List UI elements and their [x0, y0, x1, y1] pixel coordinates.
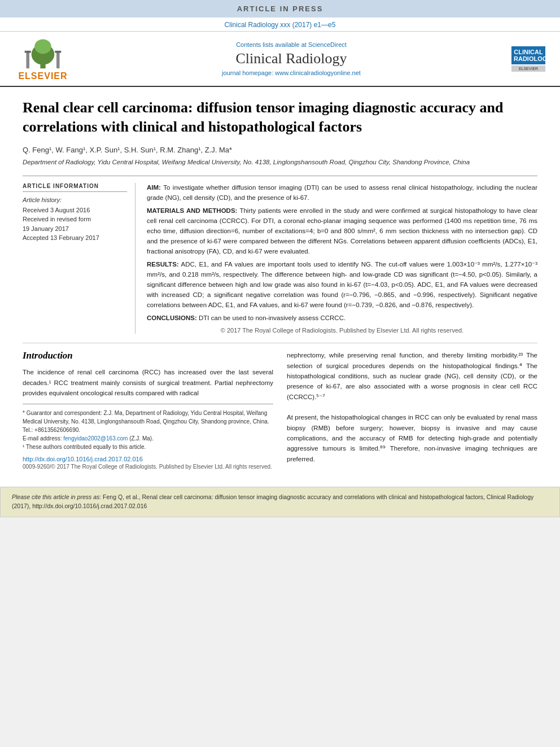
received-date: Received 3 August 2016: [23, 206, 127, 215]
conclusions-text: DTI can be used to non-invasively assess…: [199, 314, 345, 321]
svg-rect-6: [55, 51, 61, 53]
contents-label: Contents lists available at: [236, 41, 307, 48]
svg-rect-3: [26, 52, 29, 69]
aim-text: To investigate whether diffusion tensor …: [147, 184, 537, 201]
intro-left-col: Introduction The incidence of renal cell…: [23, 350, 273, 470]
journal-title-main: Clinical Radiology: [77, 50, 506, 67]
conclusions-label: CONCLUSIONS:: [147, 314, 197, 321]
elsevier-logo: ELSEVIER: [9, 36, 77, 81]
intro-para1: The incidence of renal cell carcinoma (R…: [23, 369, 273, 396]
received-revised-label: Received in revised form: [23, 215, 127, 224]
journal-homepage-line: journal homepage: www.clinicalradiologyo…: [77, 69, 506, 76]
footnote-area: * Guarantor and correspondent: Z.J. Ma, …: [23, 404, 273, 451]
intro-right-para1: nephrectomy, while preserving renal func…: [287, 352, 537, 400]
received-revised-date: 19 January 2017: [23, 224, 127, 234]
intro-right-col: nephrectomy, while preserving renal func…: [287, 350, 537, 470]
authors-text: Q. Feng¹, W. Fang¹, X.P. Sun¹, S.H. Sun¹…: [23, 146, 232, 154]
intro-left-text: The incidence of renal cell carcinoma (R…: [23, 367, 273, 398]
journal-header: ELSEVIER Contents lists available at Sci…: [0, 32, 560, 87]
contents-line: Contents lists available at ScienceDirec…: [77, 41, 506, 48]
rad-logo-title: CLINICALRADIOLOGY: [514, 49, 543, 62]
accepted-date: Accepted 13 February 2017: [23, 233, 127, 243]
svg-rect-5: [25, 51, 31, 53]
abstract-text: AIM: To investigate whether diffusion te…: [147, 183, 537, 324]
banner-text: ARTICLE IN PRESS: [237, 5, 323, 13]
abstract-results: RESULTS: ADC, E1, and FA values are impo…: [147, 260, 537, 310]
results-text: ADC, E1, and FA values are important too…: [147, 261, 537, 308]
abstract-conclusions: CONCLUSIONS: DTI can be used to non-inva…: [147, 313, 537, 324]
homepage-label: journal homepage:: [222, 69, 273, 76]
footnote-email: E-mail address: fengyidao2002@163.com (Z…: [23, 434, 273, 443]
introduction-section: Introduction The incidence of renal cell…: [23, 350, 537, 470]
doi-text: http://dx.doi.org/10.1016/j.crad.2017.02…: [23, 456, 143, 462]
elsevier-wordmark: ELSEVIER: [18, 71, 67, 81]
journal-ref-line: Clinical Radiology xxx (2017) e1—e5: [0, 18, 560, 32]
mm-label: MATERIALS AND METHODS:: [147, 207, 237, 214]
guarantor-text: * Guarantor and correspondent: Z.J. Ma, …: [23, 410, 269, 433]
elsevier-tree-icon: [20, 36, 65, 70]
contents-link[interactable]: ScienceDirect: [308, 41, 347, 48]
section-divider: [23, 343, 537, 343]
intro-right-text2: At present, the histopathological change…: [287, 412, 537, 464]
article-info-column: ARTICLE INFORMATION Article history: Rec…: [23, 183, 135, 334]
article-main: Renal clear cell carcinoma: diffusion te…: [0, 87, 560, 481]
footnote-contributed: ¹ These authors contributed equally to t…: [23, 443, 273, 451]
journal-center: Contents lists available at ScienceDirec…: [77, 41, 506, 76]
abstract-aim: AIM: To investigate whether diffusion te…: [147, 183, 537, 203]
article-in-press-banner: ARTICLE IN PRESS: [0, 0, 560, 18]
svg-rect-4: [56, 52, 60, 69]
email-suffix: (Z.J. Ma).: [129, 435, 154, 442]
journal-ref-text: Clinical Radiology xxx (2017) e1—e5: [225, 21, 336, 29]
issn-line: 0009-9260/© 2017 The Royal College of Ra…: [23, 464, 273, 470]
cite-label: Please cite this article in press as:: [12, 493, 101, 500]
history-label: Article history:: [23, 196, 127, 203]
intro-right-para2: At present, the histopathological change…: [287, 414, 537, 462]
homepage-link[interactable]: www.clinicalradiologyonline.net: [275, 69, 361, 76]
article-info-title: ARTICLE INFORMATION: [23, 183, 127, 192]
footnote-guarantor: * Guarantor and correspondent: Z.J. Ma, …: [23, 409, 273, 434]
intro-right-text1: nephrectomy, while preserving renal func…: [287, 350, 537, 402]
abstract-column: AIM: To investigate whether diffusion te…: [147, 183, 537, 334]
affiliation: Department of Radiology, Yidu Central Ho…: [23, 158, 537, 167]
mm-text: Thirty patients were enrolled in the stu…: [147, 207, 537, 254]
svg-point-2: [34, 40, 51, 54]
rad-logo-box2: ELSEVIER: [511, 65, 545, 72]
intro-heading: Introduction: [23, 350, 273, 361]
results-label: RESULTS:: [147, 261, 179, 268]
abstract-mm: MATERIALS AND METHODS: Thirty patients w…: [147, 206, 537, 256]
authors-line: Q. Feng¹, W. Fang¹, X.P. Sun¹, S.H. Sun¹…: [23, 146, 537, 154]
email-label: E-mail address:: [23, 435, 62, 442]
email-link[interactable]: fengyidao2002@163.com: [63, 435, 128, 442]
two-column-section: ARTICLE INFORMATION Article history: Rec…: [23, 176, 537, 334]
rad-logo-box: CLINICALRADIOLOGY: [511, 46, 545, 64]
radiology-logo-right: CLINICALRADIOLOGY ELSEVIER: [506, 46, 551, 72]
page: ARTICLE IN PRESS Clinical Radiology xxx …: [0, 0, 560, 517]
doi-line[interactable]: http://dx.doi.org/10.1016/j.crad.2017.02…: [23, 456, 273, 462]
citation-bar: Please cite this article in press as: Fe…: [0, 487, 560, 517]
aim-label: AIM:: [147, 184, 161, 191]
article-title: Renal clear cell carcinoma: diffusion te…: [23, 98, 537, 137]
abstract-copyright: © 2017 The Royal College of Radiologists…: [147, 327, 537, 334]
